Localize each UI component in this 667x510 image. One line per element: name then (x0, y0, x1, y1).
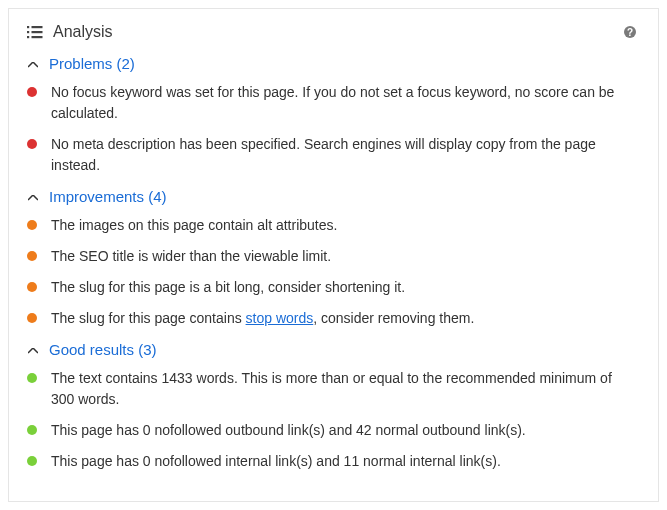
list-item: No meta description has been specified. … (27, 134, 636, 176)
panel-header: Analysis ? (27, 23, 636, 41)
section-title: Good results (3) (49, 341, 157, 358)
section-improvements: Improvements (4)The images on this page … (27, 188, 636, 329)
status-dot-orange (27, 313, 37, 323)
list-item: The SEO title is wider than the viewable… (27, 246, 636, 267)
list-item: The slug for this page is a bit long, co… (27, 277, 636, 298)
status-dot-green (27, 425, 37, 435)
status-dot-orange (27, 220, 37, 230)
section-title: Improvements (4) (49, 188, 167, 205)
list-item: The text contains 1433 words. This is mo… (27, 368, 636, 410)
item-text: No meta description has been specified. … (51, 134, 636, 176)
section-problems: Problems (2)No focus keyword was set for… (27, 55, 636, 176)
sections-container: Problems (2)No focus keyword was set for… (27, 55, 636, 472)
list-item: No focus keyword was set for this page. … (27, 82, 636, 124)
status-dot-green (27, 373, 37, 383)
item-text: The slug for this page contains stop wor… (51, 308, 474, 329)
status-dot-orange (27, 282, 37, 292)
item-text: The text contains 1433 words. This is mo… (51, 368, 636, 410)
item-text: The SEO title is wider than the viewable… (51, 246, 331, 267)
svg-rect-5 (32, 36, 43, 38)
svg-rect-2 (27, 31, 29, 33)
chevron-up-icon (27, 343, 39, 357)
item-text: The images on this page contain alt attr… (51, 215, 337, 236)
section-header-good[interactable]: Good results (3) (27, 341, 636, 358)
section-header-problems[interactable]: Problems (2) (27, 55, 636, 72)
list-item: The images on this page contain alt attr… (27, 215, 636, 236)
svg-rect-0 (27, 26, 29, 28)
item-text: This page has 0 nofollowed outbound link… (51, 420, 526, 441)
list-item: This page has 0 nofollowed internal link… (27, 451, 636, 472)
item-text: The slug for this page is a bit long, co… (51, 277, 405, 298)
status-dot-red (27, 87, 37, 97)
svg-rect-3 (32, 31, 43, 33)
item-text: No focus keyword was set for this page. … (51, 82, 636, 124)
item-text: This page has 0 nofollowed internal link… (51, 451, 501, 472)
section-header-improvements[interactable]: Improvements (4) (27, 188, 636, 205)
svg-rect-4 (27, 36, 29, 38)
panel-title: Analysis (53, 23, 624, 41)
status-dot-orange (27, 251, 37, 261)
section-good: Good results (3)The text contains 1433 w… (27, 341, 636, 472)
svg-rect-1 (32, 26, 43, 28)
chevron-up-icon (27, 190, 39, 204)
list-item: This page has 0 nofollowed outbound link… (27, 420, 636, 441)
list-icon (27, 25, 43, 39)
status-dot-red (27, 139, 37, 149)
chevron-up-icon (27, 57, 39, 71)
section-title: Problems (2) (49, 55, 135, 72)
help-icon[interactable]: ? (624, 26, 636, 38)
status-dot-green (27, 456, 37, 466)
stop-words-link[interactable]: stop words (246, 310, 314, 326)
analysis-panel: Analysis ? Problems (2)No focus keyword … (8, 8, 659, 502)
list-item: The slug for this page contains stop wor… (27, 308, 636, 329)
